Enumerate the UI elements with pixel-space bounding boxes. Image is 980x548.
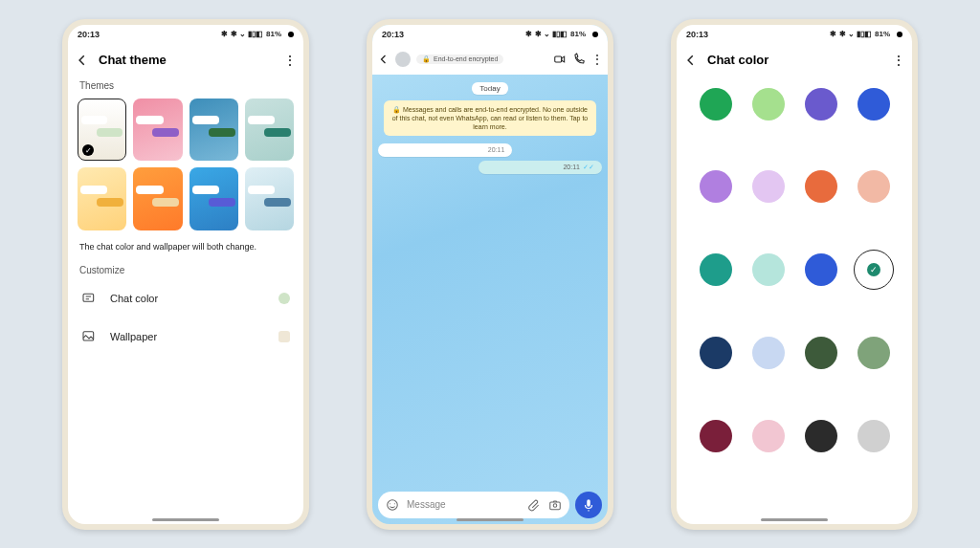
phone-chat-theme: 20:13 ✱ ✱ ⌄ ▮▯◧ 81% Chat theme ⋮ Themes … — [62, 19, 309, 530]
customize-section-label: Customize — [68, 261, 303, 279]
color-option-11[interactable] — [858, 253, 890, 286]
page-title: Chat theme — [99, 53, 274, 67]
status-bar: 20:13 ✱ ✱ ⌄ ▮▯◧ 81% — [372, 25, 608, 44]
theme-option-4[interactable] — [78, 167, 126, 230]
chat-color-icon — [81, 291, 97, 306]
phone-chat-conversation: 20:13 ✱ ✱ ⌄ ▮▯◧ 81% 🔒 End-to-end encrypt… — [367, 19, 613, 530]
back-arrow-icon[interactable] — [378, 54, 390, 65]
color-option-16[interactable] — [700, 420, 732, 452]
color-option-19[interactable] — [858, 420, 890, 452]
front-camera-dot — [897, 32, 902, 37]
back-arrow-icon[interactable] — [76, 54, 89, 67]
status-bar: 20:13 ✱ ✱ ⌄ ▮▯◧ 81% — [677, 25, 912, 44]
theme-option-2[interactable] — [189, 99, 238, 162]
msg-timestamp: 20:11 — [563, 164, 580, 171]
app-bar: Chat theme ⋮ — [68, 44, 303, 77]
page-title: Chat color — [707, 53, 882, 67]
camera-icon[interactable] — [548, 498, 562, 512]
voice-call-icon[interactable] — [572, 53, 586, 66]
overflow-menu-icon[interactable]: ⋮ — [591, 53, 602, 66]
color-option-18[interactable] — [805, 420, 837, 452]
encryption-info[interactable]: 🔒 Messages and calls are end-to-end encr… — [384, 100, 596, 136]
home-indicator — [457, 518, 523, 521]
help-text: The chat color and wallpaper will both c… — [68, 238, 303, 261]
color-option-3[interactable] — [858, 88, 890, 121]
row-chat-color[interactable]: Chat color — [68, 279, 303, 318]
color-option-9[interactable] — [752, 253, 785, 286]
color-option-8[interactable] — [700, 253, 732, 286]
sticker-icon[interactable] — [386, 498, 399, 512]
row-wallpaper[interactable]: Wallpaper — [68, 318, 303, 356]
input-placeholder: Message — [407, 499, 520, 510]
color-option-7[interactable] — [858, 170, 890, 203]
color-option-17[interactable] — [752, 420, 785, 452]
color-option-0[interactable] — [700, 88, 732, 121]
home-indicator — [761, 518, 828, 521]
themes-section-label: Themes — [68, 77, 303, 95]
status-time: 20:13 — [78, 30, 100, 39]
color-option-13[interactable] — [752, 337, 785, 369]
row-chat-color-label: Chat color — [110, 293, 265, 304]
message-input[interactable]: Message — [378, 492, 569, 518]
selected-check-icon: ✓ — [82, 144, 94, 156]
svg-rect-4 — [550, 502, 561, 510]
theme-option-1[interactable] — [133, 99, 182, 162]
wallpaper-swatch — [278, 331, 290, 342]
svg-point-5 — [553, 503, 557, 507]
theme-option-0[interactable]: ✓ — [78, 99, 126, 162]
phone-chat-color: 20:13 ✱ ✱ ⌄ ▮▯◧ 81% Chat color ⋮ — [671, 19, 918, 530]
chat-body: Today 🔒 Messages and calls are end-to-en… — [372, 75, 608, 524]
color-option-2[interactable] — [805, 88, 837, 121]
lock-icon: 🔒 — [422, 55, 431, 63]
status-right: ✱ ✱ ⌄ ▮▯◧ 81% — [830, 30, 902, 38]
status-right: ✱ ✱ ⌄ ▮▯◧ 81% — [525, 30, 598, 38]
theme-option-3[interactable] — [245, 99, 294, 162]
color-option-12[interactable] — [700, 337, 732, 369]
video-call-icon[interactable] — [553, 53, 567, 66]
color-option-1[interactable] — [752, 88, 785, 121]
back-arrow-icon[interactable] — [684, 54, 698, 67]
read-checkmarks-icon: ✓✓ — [583, 164, 594, 171]
color-option-15[interactable] — [858, 337, 890, 369]
theme-option-7[interactable] — [245, 167, 294, 230]
color-option-10[interactable] — [805, 253, 837, 286]
front-camera-dot — [592, 32, 598, 37]
front-camera-dot — [288, 32, 294, 37]
theme-option-5[interactable] — [133, 167, 182, 230]
status-right: ✱ ✱ ⌄ ▮▯◧ 81% — [221, 30, 294, 38]
row-wallpaper-label: Wallpaper — [110, 331, 265, 342]
incoming-message[interactable]: 20:11 — [378, 143, 512, 157]
color-option-14[interactable] — [805, 337, 837, 369]
svg-rect-2 — [555, 56, 562, 62]
msg-timestamp: 20:11 — [488, 146, 505, 153]
chat-input-bar: Message — [378, 492, 602, 518]
home-indicator — [152, 518, 219, 521]
theme-option-6[interactable] — [189, 167, 238, 230]
mic-button[interactable] — [575, 492, 602, 518]
wallpaper-icon — [81, 329, 97, 344]
date-chip: Today — [472, 82, 507, 95]
chat-app-bar: 🔒 End-to-end encrypted ⋮ — [372, 44, 608, 75]
overflow-menu-icon[interactable]: ⋮ — [892, 53, 904, 68]
theme-grid: ✓ — [68, 95, 303, 238]
svg-point-3 — [388, 499, 398, 510]
status-time: 20:13 — [686, 30, 708, 39]
color-grid — [677, 77, 912, 524]
attachment-icon[interactable] — [527, 498, 541, 512]
contact-avatar[interactable] — [395, 52, 411, 67]
app-bar: Chat color ⋮ — [677, 44, 912, 77]
outgoing-message[interactable]: 20:11 ✓✓ — [479, 161, 602, 174]
color-option-6[interactable] — [805, 170, 837, 203]
chat-color-swatch — [278, 293, 290, 304]
overflow-menu-icon[interactable]: ⋮ — [283, 53, 296, 68]
color-option-5[interactable] — [752, 170, 785, 203]
status-bar: 20:13 ✱ ✱ ⌄ ▮▯◧ 81% — [68, 25, 303, 44]
color-option-4[interactable] — [700, 170, 732, 203]
svg-rect-0 — [83, 294, 94, 301]
encryption-chip[interactable]: 🔒 End-to-end encrypted — [416, 55, 503, 64]
status-time: 20:13 — [382, 30, 404, 39]
